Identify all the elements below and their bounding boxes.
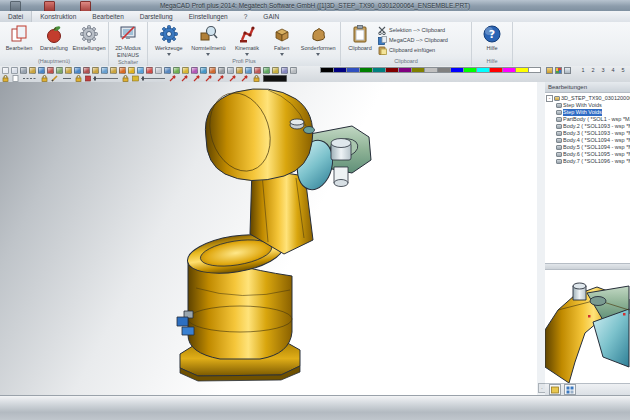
sonderformen-button[interactable]: Sonderformen [298, 24, 338, 56]
palette-swatch-9[interactable] [424, 67, 437, 73]
main-3d-viewport[interactable] [0, 82, 538, 395]
kinematik-button[interactable]: Kinematik [229, 24, 265, 56]
hilfe-button[interactable]: ? Hilfe [474, 24, 510, 51]
toolbar-icon-1[interactable] [2, 67, 9, 74]
arrow-icon[interactable] [241, 75, 250, 82]
toolbar-icon-10[interactable] [83, 67, 90, 74]
menu-tab-darstellung[interactable]: Darstellung [132, 11, 181, 22]
tree-item[interactable]: Step With Voids [545, 102, 630, 109]
dashes-icon[interactable] [22, 75, 38, 82]
toolbar-icon-20[interactable] [173, 67, 180, 74]
2d-modus-button[interactable]: 2D-Modus EIN/AUS [111, 24, 145, 58]
darstellung-button[interactable]: Darstellung [37, 24, 71, 51]
palette-swatch-12[interactable] [463, 67, 476, 73]
toolbar-icon-23[interactable] [200, 67, 207, 74]
toolbar-icon-5[interactable] [38, 67, 45, 74]
toolbar-icon-14[interactable] [119, 67, 126, 74]
layer-number-3[interactable]: 3 [598, 66, 608, 74]
tree-preview-splitter[interactable] [545, 263, 630, 270]
dash-icon[interactable] [62, 75, 72, 82]
layer-number-2[interactable]: 2 [588, 66, 598, 74]
tree-item[interactable]: Body.2 ( *SOL1093 - wsp *MA [545, 123, 630, 130]
tree-item[interactable]: Body.7 ( *SOL1096 - wsp *MA [545, 158, 630, 165]
toolbar-icon-3[interactable] [20, 67, 27, 74]
toolbar-icon-31[interactable] [272, 67, 279, 74]
palette-swatch-7[interactable] [398, 67, 411, 73]
palette-swatch-8[interactable] [411, 67, 424, 73]
layer-number-1[interactable]: 1 [578, 66, 588, 74]
toolbar-icon-8[interactable] [65, 67, 72, 74]
toolbar-icon-29[interactable] [254, 67, 261, 74]
menu-tab-gain[interactable]: GAIN [255, 11, 287, 22]
palette-swatch-15[interactable] [502, 67, 515, 73]
lock-icon[interactable] [75, 75, 82, 82]
preview-tab-icon[interactable] [549, 384, 561, 395]
einstellungen-button[interactable]: Einstellungen [72, 24, 106, 51]
rainbow-icon[interactable] [132, 75, 166, 82]
arrow-icon[interactable] [181, 75, 190, 82]
palette-swatch-17[interactable] [528, 67, 541, 73]
toolbar-icon-9[interactable] [74, 67, 81, 74]
tree-item[interactable]: PartBody ( *SOL1 - wsp *MA [545, 116, 630, 123]
toolbar-icon-22[interactable] [191, 67, 198, 74]
toolbar-icon-17[interactable] [146, 67, 153, 74]
arrow-icon[interactable] [229, 75, 238, 82]
palette-swatch-1[interactable] [320, 67, 333, 73]
toolbar-icon-6[interactable] [47, 67, 54, 74]
chevron-down-icon[interactable] [316, 53, 320, 56]
menu-tab-einstellungen[interactable]: Einstellungen [181, 11, 236, 22]
palette-swatch-5[interactable] [372, 67, 385, 73]
chevron-down-icon[interactable] [280, 53, 284, 56]
toolbar-icon-32[interactable] [281, 67, 288, 74]
toolbar-icon-4[interactable] [29, 67, 36, 74]
arrow-icon[interactable] [217, 75, 226, 82]
toolbar-icon-26[interactable] [227, 67, 234, 74]
falten-button[interactable]: Falten [266, 24, 298, 56]
lock-icon[interactable] [41, 75, 48, 82]
menu-tab-[interactable]: ? [236, 11, 256, 22]
slider-icon[interactable] [85, 75, 119, 82]
chevron-down-icon[interactable] [206, 53, 210, 56]
menu-tab-konstruktion[interactable]: Konstruktion [32, 11, 84, 22]
chevron-down-icon[interactable] [167, 53, 171, 56]
toolbar-icon-7[interactable] [56, 67, 63, 74]
clipboard-button[interactable]: Clipboard [343, 24, 377, 51]
tree-root-item[interactable]: - 3D_STEP_TX90_0301200064_EN [545, 95, 630, 102]
palette-swatch-11[interactable] [450, 67, 463, 73]
normteilmenu-button[interactable]: Normteilmenü [189, 24, 229, 56]
active-color-icon[interactable] [546, 67, 553, 74]
toolbar-icon-30[interactable] [263, 67, 270, 74]
part-preview-pane[interactable] [545, 270, 630, 383]
toolbar-icon-27[interactable] [236, 67, 243, 74]
page-icon[interactable] [12, 75, 19, 82]
arrow-icon[interactable] [169, 75, 178, 82]
tree-item[interactable]: Body.4 ( *SOL1094 - wsp *MA [545, 137, 630, 144]
tree-item[interactable]: Body.6 ( *SOL1095 - wsp *MA [545, 151, 630, 158]
toolbar-icon-33[interactable] [290, 67, 297, 74]
menu-tab-datei[interactable]: Datei [0, 11, 32, 22]
toolbar-icon-21[interactable] [182, 67, 189, 74]
palette-swatch-13[interactable] [476, 67, 489, 73]
palette-pin-icon[interactable] [564, 67, 571, 74]
toolbar-icon-16[interactable] [137, 67, 144, 74]
lock-icon[interactable] [122, 75, 129, 82]
expander-icon[interactable]: - [546, 95, 553, 102]
toolbar-icon-12[interactable] [101, 67, 108, 74]
megacad-clipboard-button[interactable]: MegaCAD --> Clipboard [378, 35, 448, 44]
structure-tab-icon[interactable] [564, 384, 576, 395]
toolbar-icon-28[interactable] [245, 67, 252, 74]
selektion-clipboard-button[interactable]: Selektion --> Clipboard [378, 25, 448, 34]
pencil-icon[interactable] [51, 75, 59, 82]
palette-swatch-16[interactable] [515, 67, 528, 73]
toolbar-icon-11[interactable] [92, 67, 99, 74]
arrow-icon[interactable] [205, 75, 214, 82]
palette-swatch-4[interactable] [359, 67, 372, 73]
tree-item[interactable]: Body.5 ( *SOL1094 - wsp *MA [545, 144, 630, 151]
toolbar-icon-24[interactable] [209, 67, 216, 74]
toolbar-icon-2[interactable] [11, 67, 18, 74]
palette-swatch-3[interactable] [346, 67, 359, 73]
palette-swatch-6[interactable] [385, 67, 398, 73]
layer-number-4[interactable]: 4 [608, 66, 618, 74]
palette-swatch-10[interactable] [437, 67, 450, 73]
tree-item[interactable]: Body.3 ( *SOL1093 - wsp *MA [545, 130, 630, 137]
